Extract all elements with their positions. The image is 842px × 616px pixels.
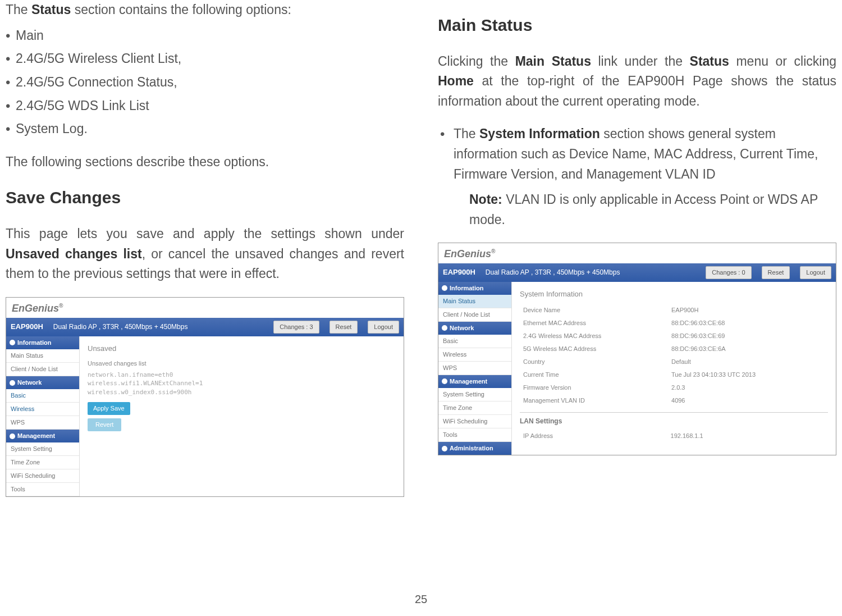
model-label: EAP900H [443,267,475,278]
p1-g: at the top-right of the EAP900H Page sho… [438,74,836,108]
para-bold: Unsaved changes list [6,247,142,261]
info-value: 192.168.1.1 [669,430,827,442]
list-item: Main [6,26,404,46]
sidebar-item-main-status[interactable]: Main Status [6,349,79,363]
list-item: The System Information section shows gen… [438,124,836,230]
table-row: 5G Wireless MAC Address88:DC:96:03:CE:6A [521,343,827,355]
logo-text: EnGenius [12,303,59,314]
main-status-bullets: The System Information section shows gen… [438,124,836,230]
logout-button[interactable]: Logout [368,321,399,334]
system-info-table: Device NameEAP900H Ethernet MAC Address8… [520,303,828,408]
panel-subtitle: Unsaved changes list [88,359,396,368]
info-value: 4096 [669,395,827,407]
logo: EnGenius® [6,298,404,318]
main-panel: Unsaved Unsaved changes list network.lan… [80,336,404,497]
table-row: 2.4G Wireless MAC Address88:DC:96:03:CE:… [521,330,827,342]
info-label: IP Address [521,430,667,442]
heading-main-status: Main Status [438,12,836,39]
reset-button[interactable]: Reset [330,321,358,334]
p1-f: Home [438,74,474,88]
sidebar-section-information[interactable]: Information [6,336,79,349]
panel-title: Unsaved [88,341,396,358]
section-label: Information [17,338,52,348]
sidebar-section-management[interactable]: Management [6,430,79,442]
sidebar-section-network[interactable]: Network [6,376,79,389]
header-bar: EAP900H Dual Radio AP , 3T3R , 450Mbps +… [6,318,404,336]
changes-button[interactable]: Changes : 0 [706,266,751,279]
info-icon [10,340,15,345]
model-desc: Dual Radio AP , 3T3R , 450Mbps + 450Mbps [53,322,188,332]
sidebar-item-main-status[interactable]: Main Status [438,295,511,308]
logo-text: EnGenius [444,248,491,259]
lan-table: IP Address192.168.1.1 [520,429,828,443]
logout-button[interactable]: Logout [800,266,831,279]
info-value: Default [669,356,827,368]
info-label: 2.4G Wireless MAC Address [521,330,668,342]
model-label: EAP900H [11,321,43,332]
sidebar-item-basic[interactable]: Basic [438,335,511,348]
sidebar-item-wifi-scheduling[interactable]: WiFi Scheduling [438,415,511,428]
model-desc: Dual Radio AP , 3T3R , 450Mbps + 450Mbps [486,267,620,278]
main-panel: System Information Device NameEAP900H Et… [512,282,836,455]
info-label: Current Time [521,369,668,381]
sidebar-item-wifi-scheduling[interactable]: WiFi Scheduling [6,469,79,483]
p1-e: menu or clicking [729,54,836,69]
info-value: 2.0.3 [669,382,827,394]
info-value: 88:DC:96:03:CE:6A [669,343,827,355]
screenshot-unsaved: EnGenius® EAP900H Dual Radio AP , 3T3R ,… [6,297,404,498]
info-value: EAP900H [669,304,827,316]
section-label: Network [450,323,474,333]
info-icon [442,285,447,291]
note-label: Note: [469,192,502,207]
changes-button[interactable]: Changes : 3 [273,321,319,334]
p1-d: Status [690,54,729,69]
list-item: 2.4G/5G Connection Status, [6,72,404,93]
sidebar-item-wps[interactable]: WPS [6,416,79,430]
table-row: CountryDefault [521,356,827,368]
intro-bold: Status [31,2,71,17]
main-status-para: Clicking the Main Status link under the … [438,52,836,112]
sidebar-item-wireless[interactable]: Wireless [438,348,511,362]
info-value: 88:DC:96:03:CE:68 [669,317,827,329]
sidebar-section-network[interactable]: Network [438,322,511,335]
list-item: 2.4G/5G Wireless Client List, [6,49,404,69]
para-a: This page lets you save and apply the se… [6,226,404,241]
heading-save-changes: Save Changes [6,185,404,211]
sidebar-item-system-setting[interactable]: System Setting [438,388,511,401]
reset-button[interactable]: Reset [762,266,790,279]
sidebar-item-wireless[interactable]: Wireless [6,403,79,416]
sidebar-item-wps[interactable]: WPS [438,362,511,375]
intro-line: The Status section contains the followin… [6,0,404,20]
intro-line-2: The following sections describe these op… [6,152,404,172]
table-row: Management VLAN ID4096 [521,395,827,407]
sidebar-item-time-zone[interactable]: Time Zone [438,401,511,415]
bullet-a: The [454,126,479,141]
unsaved-changes-code: network.lan.ifname=eth0 wireless.wifi1.W… [88,371,396,396]
sidebar-item-tools[interactable]: Tools [6,483,79,496]
sidebar-item-tools[interactable]: Tools [438,428,511,442]
sidebar-item-basic[interactable]: Basic [6,389,79,403]
sidebar-item-client-list[interactable]: Client / Node List [6,363,79,376]
p1-a: Clicking the [438,54,515,69]
sidebar-section-management[interactable]: Management [438,375,511,388]
apply-save-button[interactable]: Apply Save [88,402,130,415]
sidebar-item-system-setting[interactable]: System Setting [6,442,79,456]
p1-c: link under the [591,54,690,69]
management-icon [10,434,15,439]
panel-title: System Information [520,286,828,303]
sidebar-section-administration[interactable]: Administration [438,442,511,455]
screenshot-main-status: EnGenius® EAP900H Dual Radio AP , 3T3R ,… [438,243,836,456]
info-label: Firmware Version [521,382,668,394]
lan-settings-title: LAN Settings [520,412,828,427]
table-row: Firmware Version2.0.3 [521,382,827,394]
status-options-list: Main 2.4G/5G Wireless Client List, 2.4G/… [6,26,404,139]
sidebar-item-time-zone[interactable]: Time Zone [6,456,79,469]
info-value: 88:DC:96:03:CE:69 [669,330,827,342]
bullet-b: System Information [479,126,600,141]
sidebar-item-client-list[interactable]: Client / Node List [438,308,511,322]
list-item: 2.4G/5G WDS Link List [6,96,404,116]
p1-b: Main Status [515,54,591,69]
revert-button[interactable]: Revert [88,418,121,431]
info-label: Country [521,356,668,368]
sidebar-section-information[interactable]: Information [438,282,511,295]
